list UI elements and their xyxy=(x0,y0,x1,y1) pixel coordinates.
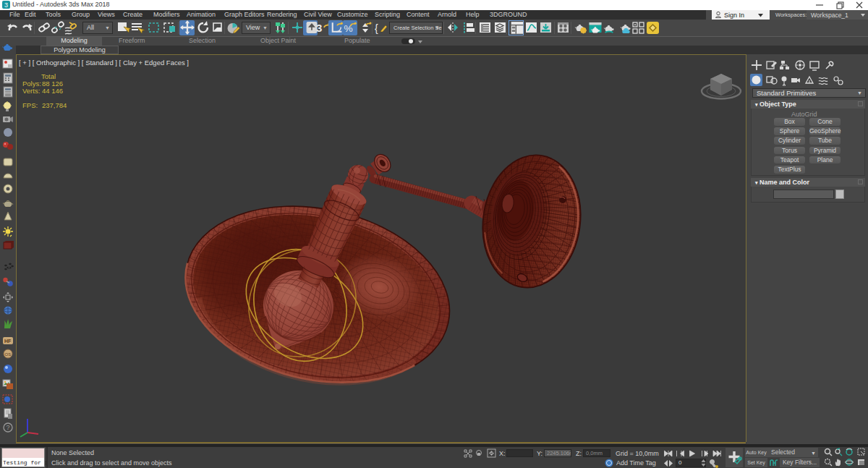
svg-text:[ + ] [ Orthographic ] [ Stand: [ + ] [ Orthographic ] [ Standard ] [ Cl… xyxy=(19,59,189,67)
svg-text:3: 3 xyxy=(4,1,8,9)
svg-text:Sign In: Sign In xyxy=(724,12,744,19)
svg-text:Workspace_1: Workspace_1 xyxy=(811,12,848,19)
svg-text:?: ? xyxy=(7,424,10,431)
svg-text:OS: OS xyxy=(5,352,12,357)
svg-text:237,784: 237,784 xyxy=(42,101,67,109)
svg-text:Verts:: Verts: xyxy=(22,87,40,95)
svg-text:3: 3 xyxy=(316,22,322,34)
svg-text:44 146: 44 146 xyxy=(42,87,63,95)
svg-text:FPS:: FPS: xyxy=(22,101,38,109)
svg-text:{: { xyxy=(375,22,378,34)
svg-text:HF: HF xyxy=(4,339,12,344)
